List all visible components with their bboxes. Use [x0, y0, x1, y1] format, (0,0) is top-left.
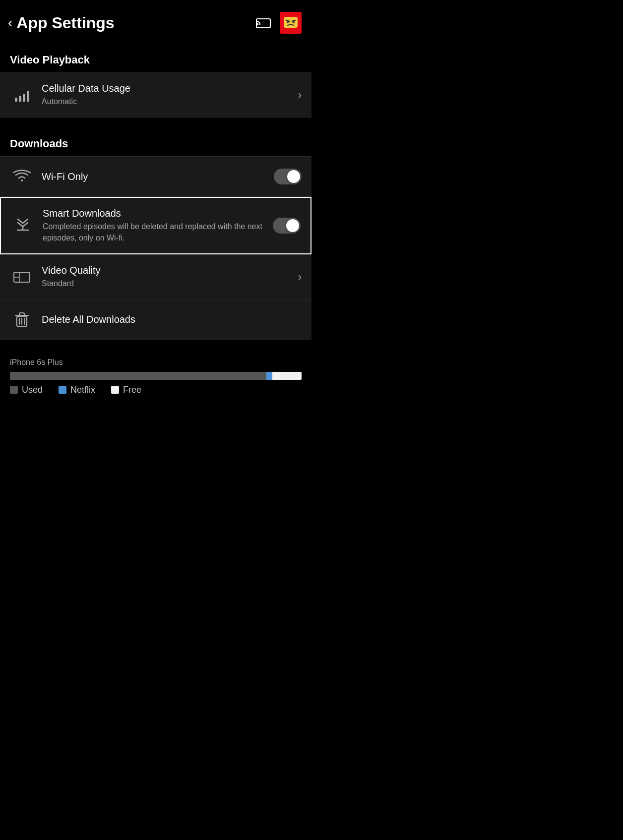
- storage-bar: [10, 372, 302, 380]
- wifi-only-toggle-switch[interactable]: [274, 169, 302, 184]
- legend-dot-netflix: [59, 386, 66, 394]
- storage-bar-free: [272, 372, 302, 380]
- delete-all-downloads-row[interactable]: Delete All Downloads: [0, 300, 312, 340]
- wifi-only-row[interactable]: Wi-Fi Only: [0, 157, 312, 196]
- video-quality-row[interactable]: Video Quality Standard ›: [0, 255, 312, 299]
- cellular-data-usage-chevron: ›: [298, 89, 302, 102]
- legend-free: Free: [111, 385, 141, 395]
- svg-point-7: [293, 21, 295, 23]
- section-gap-2: [0, 340, 312, 350]
- wifi-icon: [10, 170, 34, 183]
- video-quality-icon: [10, 270, 34, 284]
- storage-section: iPhone 6s Plus Used Netflix Free: [0, 350, 312, 407]
- video-playback-section-header: Video Playback: [0, 44, 312, 72]
- smart-downloads-content: Smart Downloads Completed episodes will …: [43, 208, 267, 243]
- signal-bars-icon: [10, 89, 34, 102]
- legend-used: Used: [10, 385, 43, 395]
- smart-downloads-title: Smart Downloads: [43, 208, 267, 219]
- cellular-data-usage-row[interactable]: Cellular Data Usage Automatic ›: [0, 73, 312, 117]
- svg-rect-3: [284, 17, 298, 28]
- cast-icon[interactable]: [255, 14, 272, 31]
- app-header: ‹ App Settings: [0, 0, 312, 44]
- wifi-only-toggle-knob: [287, 170, 300, 183]
- storage-legend: Used Netflix Free: [10, 385, 302, 403]
- wifi-only-toggle[interactable]: [274, 169, 302, 184]
- cellular-data-usage-content: Cellular Data Usage Automatic: [42, 83, 292, 107]
- legend-free-label: Free: [123, 385, 141, 395]
- legend-netflix-label: Netflix: [70, 385, 95, 395]
- legend-dot-free: [111, 386, 119, 394]
- wifi-only-content: Wi-Fi Only: [42, 171, 268, 182]
- back-button[interactable]: ‹: [8, 16, 12, 30]
- legend-dot-used: [10, 386, 18, 394]
- storage-bar-used: [10, 372, 266, 380]
- cellular-data-usage-subtitle: Automatic: [42, 96, 292, 107]
- delete-all-downloads-title: Delete All Downloads: [42, 314, 302, 325]
- video-quality-title: Video Quality: [42, 265, 292, 276]
- storage-bar-netflix: [266, 372, 272, 380]
- delete-all-downloads-content: Delete All Downloads: [42, 314, 302, 325]
- page-title: App Settings: [16, 14, 255, 32]
- legend-used-label: Used: [22, 385, 43, 395]
- svg-rect-0: [256, 19, 270, 28]
- trash-icon: [10, 311, 34, 328]
- smart-downloads-row[interactable]: Smart Downloads Completed episodes will …: [0, 197, 312, 254]
- smart-downloads-toggle-switch[interactable]: [273, 218, 301, 234]
- video-quality-subtitle: Standard: [42, 278, 292, 289]
- downloads-section-header: Downloads: [0, 127, 312, 156]
- header-icons: [255, 12, 302, 34]
- profile-avatar[interactable]: [280, 12, 302, 34]
- legend-netflix: Netflix: [59, 385, 95, 395]
- section-gap-1: [0, 118, 312, 127]
- smart-downloads-subtitle: Completed episodes will be deleted and r…: [43, 221, 267, 243]
- smart-downloads-icon: [11, 218, 35, 233]
- video-quality-content: Video Quality Standard: [42, 265, 292, 289]
- smart-downloads-toggle[interactable]: [273, 218, 301, 234]
- smart-downloads-toggle-knob: [286, 219, 299, 232]
- wifi-only-title: Wi-Fi Only: [42, 171, 268, 182]
- video-quality-chevron: ›: [298, 271, 302, 284]
- cellular-data-usage-title: Cellular Data Usage: [42, 83, 292, 94]
- device-label: iPhone 6s Plus: [10, 358, 302, 367]
- svg-point-6: [287, 21, 289, 23]
